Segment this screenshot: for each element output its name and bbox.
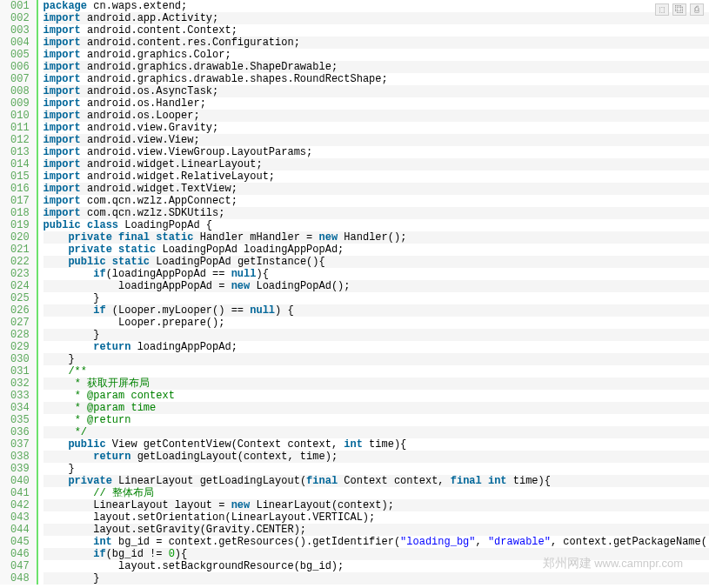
code-line: /**: [43, 365, 709, 378]
code-line: package cn.waps.extend;: [43, 0, 709, 12]
code-line: import com.qcn.wzlz.SDKUtils;: [43, 207, 709, 219]
code-line: private final static Handler mHandler = …: [43, 231, 709, 244]
line-number: 006: [10, 61, 30, 73]
line-number: 036: [10, 426, 30, 438]
code-line: * @param context: [43, 390, 709, 402]
line-number: 046: [10, 548, 30, 560]
line-number: 003: [10, 24, 30, 37]
code-line: public View getContentView(Context conte…: [43, 438, 709, 451]
line-number: 028: [10, 329, 30, 341]
code-line: import android.graphics.drawable.ShapeDr…: [43, 61, 709, 73]
line-number: 045: [10, 536, 30, 548]
code-line: }: [43, 292, 709, 304]
line-number: 032: [10, 378, 30, 390]
line-number: 007: [10, 73, 30, 85]
code-line: // 整体布局: [43, 487, 709, 499]
code-line: private LinearLayout getLoadingLayout(fi…: [43, 475, 709, 487]
line-number: 023: [10, 268, 30, 280]
line-number: 016: [10, 183, 30, 195]
code-line: import android.graphics.Color;: [43, 49, 709, 61]
code-line: layout.setOrientation(LinearLayout.VERTI…: [43, 511, 709, 524]
code-line: import android.app.Activity;: [43, 12, 709, 24]
code-toolbar: ⬚ ⿻ ⎙: [655, 3, 704, 16]
code-line: * @param time: [43, 402, 709, 414]
code-line: }: [43, 329, 709, 341]
line-number: 001: [10, 0, 30, 12]
line-number: 025: [10, 292, 30, 304]
print-icon[interactable]: ⎙: [690, 3, 704, 16]
line-number: 042: [10, 499, 30, 511]
code-line: return loadingAppPopAd;: [43, 341, 709, 353]
line-number: 038: [10, 451, 30, 463]
code-line: private static LoadingPopAd loadingAppPo…: [43, 244, 709, 256]
code-line: * 获取开屏布局: [43, 378, 709, 390]
code-line: import android.os.AsyncTask;: [43, 85, 709, 97]
code-line: import android.view.ViewGroup.LayoutPara…: [43, 146, 709, 158]
code-line: layout.setGravity(Gravity.CENTER);: [43, 524, 709, 536]
view-source-icon[interactable]: ⬚: [655, 3, 669, 16]
copy-icon[interactable]: ⿻: [672, 3, 686, 16]
line-number: 010: [10, 110, 30, 122]
line-number: 013: [10, 146, 30, 158]
code-line: import android.content.Context;: [43, 24, 709, 37]
code-line: import android.os.Looper;: [43, 110, 709, 122]
line-number: 029: [10, 341, 30, 353]
line-number: 011: [10, 122, 30, 134]
line-number: 015: [10, 170, 30, 183]
line-number-gutter: 0010020030040050060070080090100110120130…: [0, 0, 38, 585]
code-line: import com.qcn.wzlz.AppConnect;: [43, 195, 709, 207]
line-number: 039: [10, 463, 30, 475]
code-line: public static LoadingPopAd getInstance()…: [43, 256, 709, 268]
line-number: 031: [10, 365, 30, 378]
line-number: 024: [10, 280, 30, 292]
code-line: Looper.prepare();: [43, 317, 709, 329]
line-number: 002: [10, 12, 30, 24]
code-line: import android.widget.LinearLayout;: [43, 158, 709, 170]
line-number: 044: [10, 524, 30, 536]
code-line: }: [43, 572, 709, 585]
line-number: 012: [10, 134, 30, 146]
line-number: 047: [10, 560, 30, 572]
line-number: 043: [10, 511, 30, 524]
line-number: 026: [10, 304, 30, 317]
line-number: 014: [10, 158, 30, 170]
line-number: 021: [10, 244, 30, 256]
code-line: if(loadingAppPopAd == null){: [43, 268, 709, 280]
code-line: }: [43, 353, 709, 365]
code-line: if(bg_id != 0){: [43, 548, 709, 560]
line-number: 009: [10, 97, 30, 110]
code-line: layout.setBackgroundResource(bg_id);: [43, 560, 709, 572]
code-line: import android.view.View;: [43, 134, 709, 146]
code-line: }: [43, 463, 709, 475]
line-number: 041: [10, 487, 30, 499]
line-number: 018: [10, 207, 30, 219]
code-line: import android.content.res.Configuration…: [43, 37, 709, 49]
line-number: 030: [10, 353, 30, 365]
line-number: 020: [10, 231, 30, 244]
code-line: import android.widget.TextView;: [43, 183, 709, 195]
line-number: 040: [10, 475, 30, 487]
line-number: 037: [10, 438, 30, 451]
code-line: import android.widget.RelativeLayout;: [43, 170, 709, 183]
code-line: if (Looper.myLooper() == null) {: [43, 304, 709, 317]
code-line: public class LoadingPopAd {: [43, 219, 709, 231]
code-line: */: [43, 426, 709, 438]
code-block: 0010020030040050060070080090100110120130…: [0, 0, 709, 585]
line-number: 004: [10, 37, 30, 49]
code-content: package cn.waps.extend;import android.ap…: [38, 0, 709, 585]
line-number: 034: [10, 402, 30, 414]
line-number: 033: [10, 390, 30, 402]
line-number: 048: [10, 572, 30, 585]
code-line: int bg_id = context.getResources().getId…: [43, 536, 709, 548]
code-line: import android.graphics.drawable.shapes.…: [43, 73, 709, 85]
code-line: return getLoadingLayout(context, time);: [43, 451, 709, 463]
code-line: import android.view.Gravity;: [43, 122, 709, 134]
code-line: import android.os.Handler;: [43, 97, 709, 110]
line-number: 005: [10, 49, 30, 61]
line-number: 008: [10, 85, 30, 97]
code-line: * @return: [43, 414, 709, 426]
line-number: 027: [10, 317, 30, 329]
code-line: loadingAppPopAd = new LoadingPopAd();: [43, 280, 709, 292]
line-number: 019: [10, 219, 30, 231]
line-number: 022: [10, 256, 30, 268]
